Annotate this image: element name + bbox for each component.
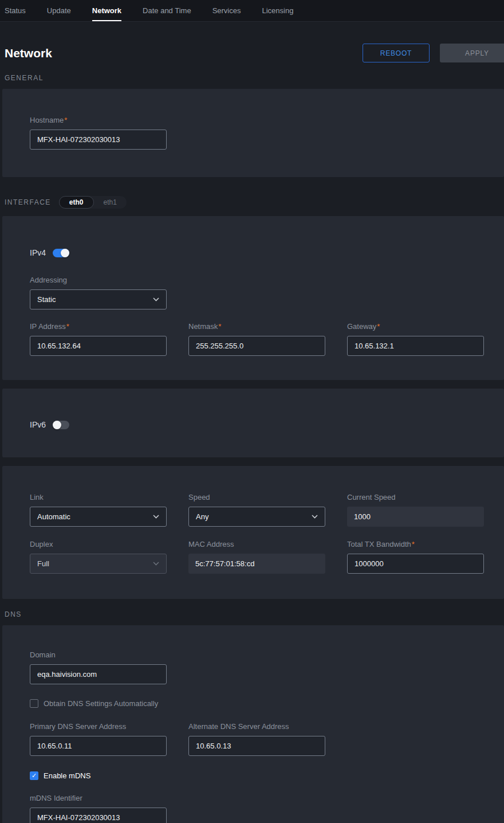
mac-address-label: MAC Address xyxy=(188,540,325,548)
page-title: Network xyxy=(5,46,52,60)
gateway-input[interactable] xyxy=(347,336,484,356)
ipv6-toggle[interactable] xyxy=(53,421,69,429)
speed-label: Speed xyxy=(188,493,325,501)
mac-address-value: 5c:77:57:01:58:cd xyxy=(188,554,325,574)
gateway-label: Gateway* xyxy=(347,322,484,331)
speed-field: Speed Any xyxy=(188,493,325,527)
link-value: Automatic xyxy=(37,512,70,521)
ipv4-toggle[interactable] xyxy=(53,249,69,257)
link-row-1: Link Automatic Speed Any Current Speed 1… xyxy=(30,493,481,527)
primary-dns-input[interactable] xyxy=(30,736,167,756)
domain-label-text: Domain xyxy=(30,650,56,659)
reboot-button[interactable]: REBOOT xyxy=(363,44,430,62)
eth1-tab[interactable]: eth1 xyxy=(94,196,127,209)
tab-network[interactable]: Network xyxy=(92,0,121,21)
ipv6-label: IPv6 xyxy=(30,420,46,429)
alternate-dns-label: Alternate DNS Server Address xyxy=(188,722,325,731)
alternate-dns-field: Alternate DNS Server Address xyxy=(188,722,325,756)
ipv6-toggle-row: IPv6 xyxy=(30,420,481,429)
mdns-identifier-label: mDNS Identifier xyxy=(30,794,481,802)
section-title-dns: DNS xyxy=(5,610,504,618)
alternate-dns-input[interactable] xyxy=(188,736,325,756)
tx-bandwidth-label: Total TX Bandwidth* xyxy=(347,540,484,548)
ipv6-panel: IPv6 xyxy=(2,389,504,457)
duplex-label-text: Duplex xyxy=(30,540,53,548)
ip-address-label-text: IP Address xyxy=(30,322,66,331)
chevron-down-icon xyxy=(312,515,318,519)
duplex-label: Duplex xyxy=(30,540,167,548)
speed-select[interactable]: Any xyxy=(188,507,325,527)
tx-bandwidth-input[interactable] xyxy=(347,554,484,574)
addressing-value: Static xyxy=(37,295,56,304)
tab-status[interactable]: Status xyxy=(5,0,26,21)
mdns-identifier-label-text: mDNS Identifier xyxy=(30,794,82,802)
chevron-down-icon xyxy=(153,562,159,566)
tab-date-and-time[interactable]: Date and Time xyxy=(143,0,191,21)
current-speed-value: 1000 xyxy=(347,507,484,527)
obtain-dns-row: Obtain DNS Settings Automatically xyxy=(30,699,481,708)
tab-update[interactable]: Update xyxy=(47,0,71,21)
required-asterisk: * xyxy=(64,116,67,124)
required-asterisk: * xyxy=(412,540,415,548)
section-title-general: GENERAL xyxy=(5,74,504,82)
enable-mdns-label: Enable mDNS xyxy=(44,771,90,780)
mac-address-field: MAC Address 5c:77:57:01:58:cd xyxy=(188,540,325,574)
mdns-identifier-input[interactable] xyxy=(30,808,167,823)
header-buttons: REBOOT APPLY xyxy=(363,44,504,62)
current-speed-label: Current Speed xyxy=(347,493,484,501)
required-asterisk: * xyxy=(66,322,69,331)
toggle-knob xyxy=(61,249,69,257)
link-select[interactable]: Automatic xyxy=(30,507,167,527)
duplex-value: Full xyxy=(37,559,49,568)
tab-licensing[interactable]: Licensing xyxy=(262,0,293,21)
netmask-label: Netmask* xyxy=(188,322,325,331)
domain-field: Domain xyxy=(30,650,481,684)
tx-bandwidth-label-text: Total TX Bandwidth xyxy=(347,540,411,548)
page-header: Network REBOOT APPLY xyxy=(0,44,504,62)
obtain-dns-checkbox[interactable] xyxy=(30,699,38,708)
mac-address-label-text: MAC Address xyxy=(188,540,234,548)
link-panel: Link Automatic Speed Any Current Speed 1… xyxy=(2,466,504,599)
section-title-interface: INTERFACE xyxy=(5,198,51,206)
general-panel: Hostname* xyxy=(2,89,504,177)
link-label-text: Link xyxy=(30,493,44,501)
mdns-identifier-field: mDNS Identifier xyxy=(30,794,481,823)
primary-dns-field: Primary DNS Server Address xyxy=(30,722,167,756)
addressing-label: Addressing xyxy=(30,276,481,284)
gateway-field: Gateway* xyxy=(347,322,484,356)
alternate-dns-label-text: Alternate DNS Server Address xyxy=(188,722,289,731)
duplex-field: Duplex Full xyxy=(30,540,167,574)
chevron-down-icon xyxy=(153,297,159,301)
addressing-label-text: Addressing xyxy=(30,276,67,284)
ipv4-panel: IPv4 Addressing Static IP Address* Netma… xyxy=(2,216,504,380)
interface-section-header: INTERFACE eth0 eth1 xyxy=(5,196,504,209)
domain-label: Domain xyxy=(30,650,481,659)
current-speed-field: Current Speed 1000 xyxy=(347,493,484,527)
chevron-down-icon xyxy=(153,515,159,519)
ipv4-toggle-row: IPv4 xyxy=(30,248,481,257)
apply-button[interactable]: APPLY xyxy=(440,44,504,62)
ip-address-label: IP Address* xyxy=(30,322,167,331)
ip-address-input[interactable] xyxy=(30,336,167,356)
addressing-field: Addressing Static xyxy=(30,276,481,309)
domain-input[interactable] xyxy=(30,664,167,684)
required-asterisk: * xyxy=(218,322,221,331)
toggle-knob xyxy=(53,421,61,429)
dns-panel: Domain Obtain DNS Settings Automatically… xyxy=(2,625,504,823)
duplex-select: Full xyxy=(30,554,167,574)
netmask-input[interactable] xyxy=(188,336,325,356)
ip-address-field: IP Address* xyxy=(30,322,167,356)
gateway-label-text: Gateway xyxy=(347,322,376,331)
hostname-input[interactable] xyxy=(30,130,167,150)
hostname-label-text: Hostname xyxy=(30,116,64,124)
tab-services[interactable]: Services xyxy=(212,0,241,21)
primary-dns-label: Primary DNS Server Address xyxy=(30,722,167,731)
link-row-2: Duplex Full MAC Address 5c:77:57:01:58:c… xyxy=(30,540,481,574)
ipv4-address-row: IP Address* Netmask* Gateway* xyxy=(30,322,481,356)
addressing-select[interactable]: Static xyxy=(30,289,167,309)
interface-selector: eth0 eth1 xyxy=(59,196,127,209)
tx-bandwidth-field: Total TX Bandwidth* xyxy=(347,540,484,574)
eth0-tab[interactable]: eth0 xyxy=(59,196,94,209)
netmask-field: Netmask* xyxy=(188,322,325,356)
enable-mdns-checkbox[interactable]: ✓ xyxy=(30,771,38,780)
